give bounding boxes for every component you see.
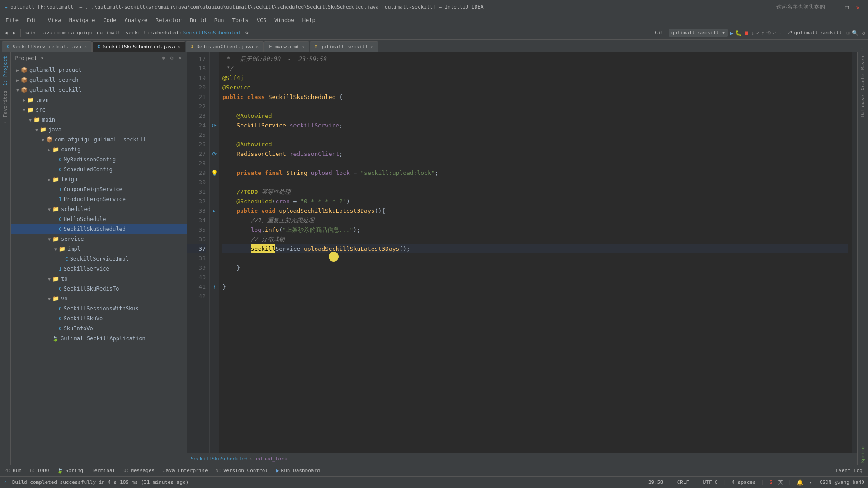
menu-help[interactable]: Help bbox=[299, 16, 319, 24]
minimize-button[interactable]: — bbox=[830, 4, 841, 11]
tree-item-gulimall-seckill-app[interactable]: 🍃 GulimallSeckillApplication bbox=[11, 333, 187, 343]
git-stop-btn[interactable]: ⏹ bbox=[744, 30, 749, 36]
vtab-spring[interactable]: Spring bbox=[859, 445, 866, 465]
tree-item-seckill-sku-scheduled[interactable]: C SeckillSkuScheduled bbox=[11, 224, 187, 234]
bottom-tab-spring[interactable]: 🍃 Spring bbox=[53, 466, 87, 476]
menu-view[interactable]: View bbox=[44, 16, 65, 24]
breadcrumb-class[interactable]: SeckillSkuScheduled bbox=[191, 456, 248, 462]
breadcrumb-field[interactable]: upload_lock bbox=[254, 456, 287, 462]
menu-file[interactable]: File bbox=[2, 16, 22, 24]
search-everywhere-btn[interactable]: 🔍 bbox=[852, 30, 859, 36]
tree-item-gulimall-search[interactable]: ▶ 📦 gulimall-search bbox=[11, 75, 187, 85]
vtab-database[interactable]: Database bbox=[859, 93, 866, 118]
git-run-btn[interactable]: ▶ bbox=[730, 29, 733, 37]
sidebar-scroll-btn[interactable]: ⊕ bbox=[160, 55, 166, 61]
tree-item-src[interactable]: ▼ 📁 src bbox=[11, 105, 187, 115]
code-area[interactable]: 17 18 19 20 21 22 23 24 25 26 27 28 29 3… bbox=[187, 52, 857, 453]
tree-item-feign[interactable]: ▶ 📁 feign bbox=[11, 174, 187, 184]
bottom-tab-version-control[interactable]: 9: Version Control bbox=[212, 466, 272, 476]
bc-atguigu[interactable]: atguigu bbox=[71, 30, 92, 36]
indent-indicator[interactable]: 4 spaces bbox=[732, 479, 756, 485]
bc-java[interactable]: java bbox=[40, 30, 52, 36]
tree-item-impl-folder[interactable]: ▼ 📁 impl bbox=[11, 244, 187, 254]
line-ending[interactable]: CRLF bbox=[677, 479, 689, 485]
tree-item-product-feign[interactable]: I ProductFeignService bbox=[11, 194, 187, 204]
menu-tools[interactable]: Tools bbox=[229, 16, 252, 24]
tab-redisson-client[interactable]: J RedissonClient.java × bbox=[186, 41, 264, 52]
code-content[interactable]: * 后天00:00:00 - 23:59:59 */ @Slf4j @Servi… bbox=[219, 52, 852, 453]
tree-item-sessions-with-skus[interactable]: C SeckillSessionsWithSkus bbox=[11, 304, 187, 314]
nav-gear[interactable]: ⚙ bbox=[244, 29, 250, 37]
git-push-btn[interactable]: ↑ bbox=[761, 30, 764, 36]
tab-close[interactable]: × bbox=[84, 44, 87, 49]
bottom-tab-run[interactable]: 4: Run bbox=[2, 466, 25, 476]
tree-item-coupon-feign[interactable]: I CouponFeignService bbox=[11, 184, 187, 194]
bottom-tab-messages[interactable]: 0: Messages bbox=[120, 466, 158, 476]
tree-item-hello-schedule[interactable]: C HelloSchedule bbox=[11, 214, 187, 224]
menu-vcs[interactable]: VCS bbox=[253, 16, 270, 24]
git-more-btn[interactable]: ⋯ bbox=[778, 30, 781, 36]
sidebar-settings-btn[interactable]: ⚙ bbox=[169, 55, 175, 61]
tree-item-sku-info-vo[interactable]: C SkuInfoVo bbox=[11, 324, 187, 333]
bottom-tab-java-enterprise[interactable]: Java Enterprise bbox=[159, 466, 211, 476]
bottom-tab-event-log[interactable]: Event Log bbox=[832, 466, 866, 476]
tree-item-seckill-sku-vo[interactable]: C SeckillSkuVo bbox=[11, 314, 187, 324]
menu-navigate[interactable]: Navigate bbox=[66, 16, 99, 24]
git-status-label[interactable]: 英 bbox=[778, 479, 783, 486]
bottom-tab-run-dashboard[interactable]: ▶ Run Dashboard bbox=[273, 466, 324, 476]
bc-com[interactable]: com bbox=[57, 30, 66, 36]
menu-analyze[interactable]: Analyze bbox=[121, 16, 151, 24]
bc-class[interactable]: SeckillSkuScheduled bbox=[183, 30, 240, 36]
git-update-btn[interactable]: ↓ bbox=[751, 30, 754, 36]
tab-gulimall-seckill[interactable]: M gulimall-seckill × bbox=[310, 41, 379, 52]
tab-close-3[interactable]: × bbox=[256, 44, 259, 49]
tree-item-seckill-service-impl[interactable]: C SeckillServiceImpl bbox=[11, 254, 187, 264]
tree-item-gulimall-product[interactable]: ▶ 📦 gulimall-product bbox=[11, 65, 187, 75]
menu-run[interactable]: Run bbox=[211, 16, 228, 24]
menu-refactor[interactable]: Refactor bbox=[152, 16, 185, 24]
cursor-position[interactable]: 29:58 bbox=[648, 479, 663, 485]
settings-btn[interactable]: ⚙ bbox=[862, 30, 865, 36]
tree-item-service-folder[interactable]: ▼ 📁 service bbox=[11, 234, 187, 244]
tree-item-java[interactable]: ▼ 📁 java bbox=[11, 125, 187, 135]
power-icon[interactable]: ⚡ bbox=[809, 479, 812, 486]
tab-seckill-service-impl[interactable]: C SeckillServiceImpl.java × bbox=[2, 41, 92, 52]
tree-item-my-redisson-config[interactable]: C MyRedissonConfig bbox=[11, 155, 187, 164]
tree-item-seckill-service[interactable]: I SeckillService bbox=[11, 264, 187, 274]
vtab-gradle[interactable]: Gradle bbox=[859, 72, 866, 92]
bc-main[interactable]: main bbox=[24, 30, 36, 36]
git-commit-btn[interactable]: ✓ bbox=[756, 30, 760, 36]
tab-seckill-sku-scheduled[interactable]: C SeckillSkuScheduled.java × bbox=[92, 41, 185, 52]
tab-close-5[interactable]: × bbox=[371, 44, 373, 49]
tree-item-gulimall-seckill[interactable]: ▼ 📦 gulimall-seckill bbox=[11, 85, 187, 95]
git-revert-btn[interactable]: ↩ bbox=[773, 30, 776, 36]
layout-btn[interactable]: ⊞ bbox=[847, 30, 850, 36]
bc-seckill[interactable]: seckill bbox=[126, 30, 146, 36]
menu-edit[interactable]: Edit bbox=[23, 16, 43, 24]
menu-code[interactable]: Code bbox=[100, 16, 120, 24]
tree-item-package[interactable]: ▼ 📦 com.atguigu.gulimall.seckill bbox=[11, 135, 187, 145]
tree-item-to-folder[interactable]: ▼ 📁 to bbox=[11, 274, 187, 284]
bottom-tab-todo[interactable]: 6: TODO bbox=[26, 466, 53, 476]
tree-item-seckill-redis-to[interactable]: C SeckillSkuRedisTo bbox=[11, 284, 187, 294]
notifications-icon[interactable]: 🔔 bbox=[797, 479, 803, 486]
charset[interactable]: UTF-8 bbox=[703, 479, 718, 485]
sidebar-hide-btn[interactable]: × bbox=[177, 55, 183, 61]
tree-item-main[interactable]: ▼ 📁 main bbox=[11, 115, 187, 125]
bottom-tab-terminal[interactable]: Terminal bbox=[88, 466, 119, 476]
menu-build[interactable]: Build bbox=[186, 16, 210, 24]
nav-back[interactable]: ◀ bbox=[3, 29, 9, 37]
maximize-button[interactable]: ❐ bbox=[841, 4, 852, 11]
git-branch-name[interactable]: gulimall-seckill bbox=[794, 30, 842, 36]
bc-gulimall[interactable]: gulimall bbox=[97, 30, 121, 36]
close-button[interactable]: ✕ bbox=[853, 4, 863, 11]
git-history-btn[interactable]: ⟲ bbox=[766, 30, 771, 36]
tree-item-config[interactable]: ▶ 📁 config bbox=[11, 145, 187, 155]
tree-item-scheduled-config[interactable]: C ScheduledConfig bbox=[11, 164, 187, 174]
tree-item-mvn[interactable]: ▶ 📁 .mvn bbox=[11, 95, 187, 105]
bc-scheduled[interactable]: scheduled bbox=[151, 30, 179, 36]
git-branch-dropdown[interactable]: gulimall-seckill ▾ bbox=[669, 29, 728, 37]
tab-mvnw-cmd[interactable]: F mvnw.cmd × bbox=[264, 41, 309, 52]
tree-item-vo-folder[interactable]: ▼ 📁 vo bbox=[11, 294, 187, 304]
tree-item-scheduled-folder[interactable]: ▼ 📁 scheduled bbox=[11, 204, 187, 214]
